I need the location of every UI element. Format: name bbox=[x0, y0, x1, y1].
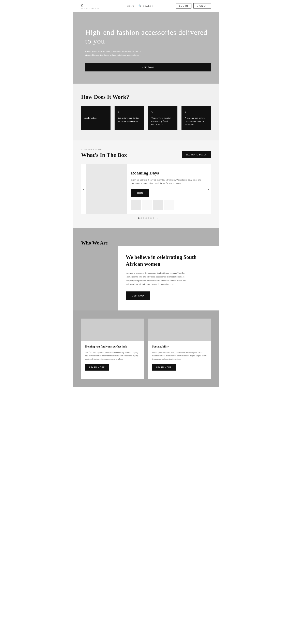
step-1: 1 Apply Online. bbox=[81, 106, 110, 130]
card-2-body: Sustainability Lorem ipsum dolor sit ame… bbox=[148, 341, 211, 374]
step-3-text: You pay your monthly membership fee of O… bbox=[151, 116, 171, 126]
carousel-content: Roaming Days Hurry up and take it easy o… bbox=[86, 164, 206, 214]
step-4: 4 A seasonal box of your choice is deliv… bbox=[182, 106, 211, 130]
card-1: Helping you find your perfect look The f… bbox=[81, 318, 144, 379]
current-season-label: CURRENT SEASON bbox=[81, 148, 127, 150]
box-heading: What's In The Box bbox=[81, 152, 127, 158]
card-1-body: Helping you find your perfect look The f… bbox=[81, 341, 144, 374]
navigation: b THE BOX FASHION MENU 🔍 SEARCH LOG IN S… bbox=[73, 0, 219, 12]
card-1-cta-button[interactable]: LEARN MORE bbox=[85, 364, 109, 370]
card-1-title: Helping you find your perfect look bbox=[85, 345, 140, 348]
card-2-image bbox=[148, 318, 211, 341]
step-2-num: 2 bbox=[118, 110, 141, 114]
card-1-body-text: The first and only local accessories mem… bbox=[85, 351, 140, 361]
hero-section: High-end fashion accessories delivered t… bbox=[73, 12, 219, 84]
dot-1 bbox=[138, 217, 139, 219]
dot-3 bbox=[143, 217, 144, 219]
step-connector-1 bbox=[110, 106, 114, 130]
carousel-nav: ← → bbox=[81, 216, 211, 220]
hero-body: Lorem ipsum dolor sit amet, consectetur … bbox=[85, 50, 142, 57]
box-header-left: CURRENT SEASON What's In The Box bbox=[81, 148, 127, 158]
carousel-bottom-next[interactable]: → bbox=[156, 216, 159, 220]
carousel-dots bbox=[138, 217, 154, 219]
arrow-line-right bbox=[161, 218, 211, 218]
logo-sub: THE BOX FASHION bbox=[81, 8, 100, 9]
card-2-title: Sustainability bbox=[152, 345, 207, 348]
nav-right: LOG IN SIGN UP bbox=[176, 3, 211, 8]
who-top: Who We Are bbox=[73, 228, 219, 246]
cards-section: Helping you find your perfect look The f… bbox=[73, 310, 219, 387]
carousel-title: Roaming Days bbox=[131, 170, 202, 176]
nav-center: MENU 🔍 SEARCH bbox=[122, 4, 154, 8]
thumb-3 bbox=[153, 200, 163, 210]
believe-heading: We believe in celebrating South African … bbox=[126, 254, 211, 268]
signup-button[interactable]: SIGN UP bbox=[193, 3, 211, 8]
how-heading: How Does It Work? bbox=[81, 94, 211, 100]
box-header: CURRENT SEASON What's In The Box SEE MOR… bbox=[81, 148, 211, 158]
card-1-image bbox=[81, 318, 144, 341]
thumb-2 bbox=[142, 200, 152, 210]
who-panel-right: We believe in celebrating South African … bbox=[118, 246, 219, 310]
thumbnail-row bbox=[131, 200, 202, 210]
carousel-info: Roaming Days Hurry up and take it easy o… bbox=[127, 164, 206, 214]
step-2-text: You sign you up for this exclusive membe… bbox=[118, 116, 139, 122]
thumb-4 bbox=[164, 200, 174, 210]
dot-7 bbox=[153, 217, 154, 219]
step-1-text: Apply Online. bbox=[84, 116, 97, 119]
dot-2 bbox=[140, 217, 142, 219]
step-2: 2 You sign you up for this exclusive mem… bbox=[114, 106, 144, 130]
carousel-bottom-prev[interactable]: ← bbox=[133, 216, 136, 220]
menu-button[interactable]: MENU bbox=[122, 5, 134, 7]
dot-5 bbox=[148, 217, 149, 219]
search-label: SEARCH bbox=[143, 5, 154, 7]
menu-label: MENU bbox=[127, 5, 134, 7]
carousel-wrapper: ‹ Roaming Days Hurry up and take it easy… bbox=[81, 164, 211, 214]
hero-heading: High-end fashion accessories delivered t… bbox=[85, 28, 211, 46]
carousel-prev-button[interactable]: ‹ bbox=[81, 185, 86, 194]
step-connector-2 bbox=[144, 106, 148, 130]
carousel-main-image bbox=[86, 164, 127, 214]
dot-6 bbox=[150, 217, 152, 219]
box-section: CURRENT SEASON What's In The Box SEE MOR… bbox=[73, 140, 219, 228]
join-button[interactable]: JOIN bbox=[131, 189, 149, 197]
carousel-next-button[interactable]: › bbox=[206, 185, 211, 194]
see-more-button[interactable]: SEE MORE BOXES bbox=[182, 151, 211, 158]
step-3: 3 You pay your monthly membership fee of… bbox=[148, 106, 178, 130]
hero-cta-button[interactable]: Join Now bbox=[85, 63, 211, 72]
step-3-num: 3 bbox=[151, 110, 174, 114]
card-2-body-text: Lorem ipsum dolor sit amet, consectetur … bbox=[152, 351, 207, 361]
card-2-cta-button[interactable]: LEARN MORE bbox=[152, 364, 176, 370]
who-panel-left bbox=[73, 246, 118, 310]
cards-grid: Helping you find your perfect look The f… bbox=[81, 318, 211, 379]
logo: b THE BOX FASHION bbox=[81, 2, 100, 9]
hamburger-icon bbox=[122, 5, 125, 7]
arrow-line-left bbox=[81, 218, 132, 218]
step-1-num: 1 bbox=[84, 110, 107, 114]
dot-4 bbox=[145, 217, 147, 219]
steps-container: 1 Apply Online. 2 You sign you up for th… bbox=[81, 106, 211, 130]
card-2: Sustainability Lorem ipsum dolor sit ame… bbox=[148, 318, 211, 379]
search-button[interactable]: 🔍 SEARCH bbox=[138, 4, 154, 8]
believe-body: Inspired to empower the everyday South A… bbox=[126, 271, 189, 286]
thumb-1 bbox=[131, 200, 141, 210]
who-panel: We believe in celebrating South African … bbox=[73, 246, 219, 310]
login-button[interactable]: LOG IN bbox=[176, 3, 191, 8]
how-section: How Does It Work? 1 Apply Online. 2 You … bbox=[73, 84, 219, 140]
step-4-text: A seasonal box of your choice is deliver… bbox=[185, 116, 205, 126]
step-connector-3 bbox=[178, 106, 182, 130]
who-cta-button[interactable]: Join Now bbox=[126, 292, 150, 300]
step-4-num: 4 bbox=[185, 110, 208, 114]
carousel-description: Hurry up and take it easy on everyday ad… bbox=[131, 178, 202, 185]
search-icon: 🔍 bbox=[138, 4, 142, 8]
who-heading: Who We Are bbox=[81, 240, 211, 246]
who-wrapper: Who We Are We believe in celebrating Sou… bbox=[73, 228, 219, 310]
